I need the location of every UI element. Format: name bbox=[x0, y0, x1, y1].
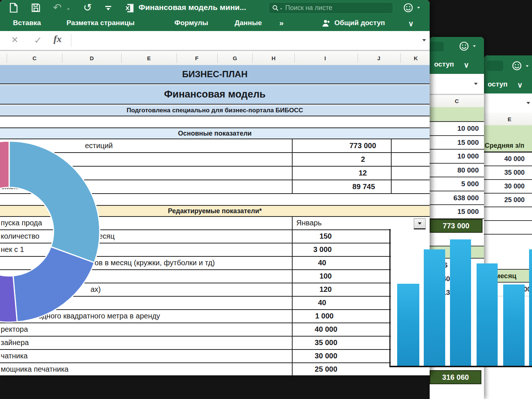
cell[interactable] bbox=[430, 233, 484, 246]
smiley-dropdown-caret[interactable] bbox=[526, 65, 529, 67]
row-value[interactable]: 30 000 bbox=[315, 352, 337, 360]
share-button-fragment[interactable]: оступ bbox=[434, 60, 454, 68]
cell[interactable]: 35 000 bbox=[484, 166, 532, 180]
worksheet[interactable]: БИЗНЕС-ПЛАН Финансовая модель Подготовле… bbox=[0, 65, 430, 375]
row-value[interactable]: 40 bbox=[318, 259, 326, 267]
table-row[interactable]: чатника 30 000 bbox=[0, 350, 391, 363]
month-dropdown-value[interactable]: Январь bbox=[296, 219, 322, 227]
row-value[interactable]: 40 000 bbox=[315, 325, 337, 334]
table-row[interactable]: количество месяц 150 bbox=[0, 230, 391, 243]
formula-bar-caret[interactable] bbox=[526, 102, 530, 104]
row-value[interactable]: 2 bbox=[361, 155, 365, 164]
title-band-business-plan[interactable]: БИЗНЕС-ПЛАН bbox=[0, 65, 430, 84]
tab-formulas[interactable]: Формулы bbox=[174, 19, 208, 27]
cell[interactable]: 638 000 bbox=[430, 191, 484, 205]
cell[interactable]: 10 000 bbox=[430, 122, 484, 136]
row-value[interactable]: 89 745 bbox=[352, 183, 375, 191]
table-row[interactable]: мощника печатника 25 000 bbox=[0, 363, 391, 376]
table-row[interactable]: помещения, м2 40 bbox=[0, 297, 391, 310]
section-header-main-indicators[interactable]: Основные показатели bbox=[0, 127, 430, 139]
month-dropdown-button[interactable] bbox=[414, 218, 426, 229]
partial-value-cell[interactable]: 00 bbox=[484, 283, 532, 296]
col-header-c[interactable]: C bbox=[455, 95, 459, 107]
green-header-cell[interactable] bbox=[430, 107, 484, 122]
save-icon[interactable] bbox=[30, 3, 41, 13]
green-header-cell[interactable] bbox=[430, 246, 484, 259]
col-header-e[interactable]: E bbox=[508, 113, 511, 125]
cell[interactable] bbox=[484, 221, 532, 235]
formula-input[interactable] bbox=[74, 33, 419, 48]
col-header-j[interactable]: J bbox=[377, 51, 380, 65]
row-value[interactable]: 120 bbox=[320, 285, 332, 294]
new-document-icon[interactable] bbox=[8, 3, 19, 13]
row-value[interactable]: 773 000 bbox=[349, 141, 376, 150]
table-row[interactable]: естиций 773 000 bbox=[0, 139, 430, 153]
undo-icon[interactable]: ↶ bbox=[51, 1, 64, 13]
smiley-dropdown-caret[interactable] bbox=[473, 45, 476, 47]
collapse-ribbon-icon[interactable] bbox=[104, 4, 112, 12]
tab-insert[interactable]: Вставка bbox=[13, 19, 41, 27]
table-row[interactable]: ректора 40 000 bbox=[0, 323, 391, 337]
row-value[interactable]: 1 000 bbox=[315, 312, 334, 320]
col-header-c[interactable]: C bbox=[33, 51, 37, 65]
cell[interactable]: 5 000 bbox=[430, 177, 484, 191]
cell[interactable] bbox=[484, 207, 532, 221]
feedback-smiley-icon[interactable] bbox=[403, 2, 414, 13]
section-header-editable-indicators[interactable]: Редактируемые показатели* bbox=[0, 205, 430, 217]
cell[interactable]: 80 000 bbox=[430, 164, 484, 177]
search-box[interactable]: Поиск на листе bbox=[269, 2, 393, 14]
col-header-g[interactable]: G bbox=[233, 51, 237, 65]
row-value[interactable]: 12 bbox=[359, 169, 367, 177]
col-header-d[interactable]: D bbox=[90, 51, 94, 65]
row-value[interactable]: 3 000 bbox=[313, 245, 332, 254]
table-row[interactable]: аемости (м 12 bbox=[0, 167, 430, 180]
row-value[interactable]: 40 bbox=[318, 299, 326, 307]
tab-data[interactable]: Данные bbox=[235, 19, 262, 27]
redo-icon[interactable]: ↺ bbox=[81, 1, 94, 13]
col-header-e[interactable]: E bbox=[147, 51, 151, 65]
col-header-f[interactable]: F bbox=[195, 51, 198, 65]
total-cell[interactable]: 773 000 bbox=[430, 219, 482, 233]
table-row[interactable]: ах) 120 bbox=[0, 283, 391, 297]
insert-function-icon[interactable]: fx bbox=[54, 34, 62, 45]
table-row[interactable]: ров в месяц (кружки, футболки и тд) 40 bbox=[0, 257, 391, 270]
green-header-cell[interactable] bbox=[484, 125, 532, 140]
share-chevron-icon[interactable]: ∨ bbox=[408, 19, 414, 28]
salary-header-cell[interactable]: Средняя з/п bbox=[484, 140, 532, 153]
cancel-icon[interactable]: ✕ bbox=[11, 35, 18, 45]
tabs-overflow-chevron[interactable]: » bbox=[279, 18, 284, 27]
tab-page-layout[interactable]: Разметка страницы bbox=[66, 19, 134, 27]
col-header-i[interactable]: I bbox=[324, 51, 326, 65]
subtitle-band[interactable]: Подготовлена специально для бизнес-порта… bbox=[0, 105, 430, 116]
cell[interactable]: 25 000 bbox=[484, 194, 532, 207]
table-row[interactable]: щих товаров 100 bbox=[0, 270, 391, 283]
smiley-dropdown-caret[interactable] bbox=[417, 7, 420, 9]
row-value[interactable]: 150 bbox=[320, 232, 332, 241]
row-value[interactable]: 100 bbox=[320, 272, 332, 280]
title-band-financial-model[interactable]: Финансовая модель bbox=[0, 85, 430, 105]
table-row[interactable]: стоимость одного квадратного метра в аре… bbox=[0, 310, 391, 323]
share-chevron-icon[interactable]: ∨ bbox=[517, 81, 523, 89]
table-row[interactable]: ежемесячная 89 745 bbox=[0, 180, 430, 194]
cell[interactable]: 30 000 bbox=[484, 180, 532, 194]
enter-icon[interactable]: ✓ bbox=[34, 35, 42, 46]
share-button-fragment[interactable]: оступ bbox=[488, 80, 508, 88]
formula-bar-caret[interactable] bbox=[422, 39, 426, 41]
feedback-smiley-icon[interactable] bbox=[511, 60, 522, 71]
bottom-total-cell[interactable]: 316 060 bbox=[430, 370, 481, 384]
undo-dropdown-caret[interactable] bbox=[67, 8, 70, 10]
table-row[interactable]: убы 2 bbox=[0, 153, 430, 167]
cell[interactable]: 15 000 bbox=[430, 136, 484, 150]
share-chevron-icon[interactable]: ∨ bbox=[464, 61, 469, 69]
cell[interactable]: 40 000 bbox=[484, 153, 532, 166]
table-row[interactable]: пуска прода Январь bbox=[0, 217, 391, 230]
share-button[interactable]: Общий доступ bbox=[334, 19, 385, 27]
col-header-k[interactable]: K bbox=[414, 51, 418, 65]
feedback-smiley-icon[interactable] bbox=[458, 41, 470, 52]
cell[interactable]: 15 000 bbox=[430, 205, 484, 219]
row-value[interactable]: 35 000 bbox=[315, 338, 337, 347]
col-header-h[interactable]: H bbox=[272, 51, 276, 65]
table-row[interactable]: зайнера 35 000 bbox=[0, 337, 391, 350]
row-value[interactable]: 25 000 bbox=[315, 365, 337, 374]
search-scope-caret[interactable] bbox=[280, 8, 282, 10]
